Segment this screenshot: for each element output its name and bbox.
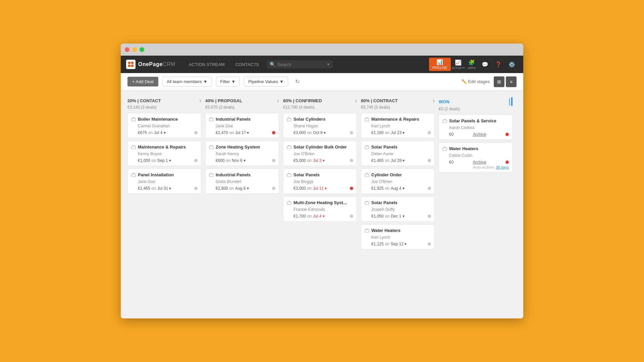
deal-date-3-0[interactable]: Jul 23 ▾: [391, 130, 405, 135]
search-dropdown-button[interactable]: ▼: [326, 62, 330, 66]
pipeline-values-button[interactable]: Pipeline Values ▼: [244, 77, 288, 86]
deal-card-1-2[interactable]: Industrial PanelsGreta Blundell€2,600 on…: [205, 169, 279, 194]
deal-person-3-0: Karl Lynch: [371, 124, 431, 128]
deal-date-3-1[interactable]: Jul 28 ▾: [391, 158, 405, 163]
svg-rect-1: [131, 62, 133, 64]
help-button[interactable]: ❓: [492, 58, 504, 70]
close-button[interactable]: [125, 47, 129, 52]
briefcase-icon: [365, 145, 369, 150]
deal-date-0-1[interactable]: Sep 1 ▾: [157, 158, 171, 163]
apps-button[interactable]: 🧩 APPS: [466, 58, 478, 70]
deal-card-3-3[interactable]: Solar PanelsJospeh Duffy€1,050 on Dec 1 …: [361, 196, 435, 222]
deal-card-1-0[interactable]: Industrial PanelsJane Doe€2,470 on Jul 1…: [205, 113, 279, 138]
deal-title-3-4: Water Heaters: [365, 228, 431, 234]
archive-link-4-0[interactable]: Archive: [473, 132, 486, 137]
list-view-button[interactable]: ≡: [506, 76, 517, 87]
deal-date-3-3[interactable]: Dec 1 ▾: [391, 214, 405, 219]
nav-action-stream[interactable]: ACTION STREAM: [183, 56, 230, 73]
svg-rect-3: [131, 65, 133, 67]
deal-card-0-2[interactable]: Panel InstallationJane Doe€1,465 on Jul …: [127, 169, 201, 194]
deal-value-date-3-0: €1,180 on Jul 23 ▾: [371, 130, 405, 135]
won-bar-icon: |: [508, 97, 513, 106]
refresh-button[interactable]: ↻: [292, 76, 303, 87]
deal-date-1-2[interactable]: Aug 8 ▾: [235, 186, 249, 191]
edit-stages-button[interactable]: ✏️ Edit stages: [462, 79, 490, 84]
column-col-won: WON|€0 (2 deals)Solar Panels & ServiceAa…: [439, 97, 513, 312]
deal-value-date-2-3: €1,700 on Jul 4 ▾: [293, 214, 325, 219]
deal-date-2-0[interactable]: Oct 8 ▾: [313, 130, 326, 135]
deal-card-0-0[interactable]: Boiler MaintenanceCarmel Granahan€675 on…: [127, 113, 201, 138]
deal-card-3-0[interactable]: Maintenance & RepairsKarl Lynch€1,180 on…: [361, 113, 435, 138]
activity-icon: 📈: [455, 59, 462, 66]
deal-person-0-0: Carmel Granahan: [138, 124, 198, 128]
logo-icon: [126, 60, 136, 69]
chat-icon: 💬: [482, 61, 488, 68]
deal-date-1-1[interactable]: Nov 6 ▾: [232, 158, 246, 163]
deal-title-text-3-3: Solar Panels: [371, 200, 397, 205]
column-title-text: WON: [439, 99, 449, 104]
deal-title-text-2-0: Solar Cylinders: [293, 117, 325, 122]
archive-link-4-1[interactable]: Archive: [473, 160, 486, 165]
team-dropdown-icon: ▼: [203, 79, 208, 84]
add-deal-button[interactable]: + Add Deal: [127, 77, 158, 86]
maximize-button[interactable]: [140, 47, 144, 52]
column-title-col-60: 60% | CONFIRMED›: [283, 97, 357, 104]
column-col-20: 20% | CONTACT›€3,140 (3 deals)Boiler Mai…: [127, 97, 201, 312]
pipeline-button[interactable]: 📊 PIPELINE: [429, 58, 451, 71]
briefcase-icon: [365, 117, 369, 123]
view-buttons: ⊞ ≡: [494, 76, 517, 87]
auto-archive-days[interactable]: 30 days: [496, 165, 509, 169]
svg-rect-17: [365, 202, 369, 204]
deal-on-text: on: [229, 186, 234, 191]
deal-date-3-4[interactable]: Sep 12 ▾: [391, 242, 407, 246]
deal-card-4-1[interactable]: Water HeatersCeline Curtin€0ArchiveAuto-…: [439, 142, 513, 172]
deal-dot-3-4: [428, 242, 431, 246]
column-meta-col-won: €0 (2 deals): [439, 107, 513, 111]
nav-contacts[interactable]: CONTACTS: [230, 56, 265, 73]
minimize-button[interactable]: [132, 47, 137, 52]
settings-button[interactable]: ⚙️: [506, 58, 518, 70]
deal-title-0-1: Maintenance & Repairs: [131, 144, 198, 150]
deal-person-2-1: Joe O'Brien: [293, 152, 353, 156]
deal-card-3-4[interactable]: Water HeatersKarl Lynch€1,125 on Sep 12 …: [361, 224, 435, 249]
deal-date-0-2[interactable]: Jul 31 ▾: [157, 186, 171, 191]
column-meta-col-80: €6,745 (5 deals): [361, 105, 435, 110]
briefcase-icon: [209, 145, 214, 150]
column-title-col-20: 20% | CONTACT›: [127, 97, 201, 104]
briefcase-icon: [131, 145, 136, 150]
deal-value-date-2-2: €3,000 on Jul 11 ▾: [293, 186, 327, 191]
activity-button[interactable]: 📈 ACTIVITY: [452, 58, 464, 70]
deal-card-4-0[interactable]: Solar Panels & ServiceAaron Corless€0Arc…: [439, 115, 513, 140]
deal-card-2-3[interactable]: Multi-Zone Heating Syst...Frankie Edmond…: [283, 196, 357, 222]
deal-date-3-2[interactable]: Aug 4 ▾: [391, 186, 405, 191]
deal-dot-0-0: [194, 131, 198, 134]
column-header-col-won: WON|€0 (2 deals): [439, 97, 513, 111]
all-team-members-label: All team members: [167, 79, 202, 84]
deal-card-2-2[interactable]: Solar PanelsJoe Bloggs€3,000 on Jul 11 ▾: [283, 169, 357, 194]
filter-button[interactable]: Filter ▼: [216, 77, 240, 86]
deal-title-1-2: Industrial Panels: [209, 172, 275, 178]
deal-on-text: on: [307, 130, 312, 135]
deal-value-3-0: €1,180: [371, 130, 384, 135]
deal-date-2-3[interactable]: Jul 4 ▾: [313, 214, 325, 219]
deal-card-2-0[interactable]: Solar CylindersShane Hogan€3,000 on Oct …: [283, 113, 357, 138]
deal-footer-4-1: €0Archive: [449, 160, 509, 165]
deal-card-0-1[interactable]: Maintenance & RepairsKenny Boyce€1,000 o…: [127, 141, 201, 166]
deal-card-1-1[interactable]: Zone Heating SystemSarah Kenny€600 on No…: [205, 141, 279, 166]
grid-view-button[interactable]: ⊞: [494, 76, 504, 87]
deal-card-3-2[interactable]: Cylinder OrderJoe O'Brien€1,925 on Aug 4…: [361, 169, 435, 194]
deal-card-2-1[interactable]: Solar Cylinder Bulk OrderJoe O'Brien€5,0…: [283, 141, 357, 166]
deal-card-3-1[interactable]: Solar PanelsDieter Auner€1,465 on Jul 28…: [361, 141, 435, 166]
chat-button[interactable]: 💬: [479, 58, 491, 70]
deal-date-2-1[interactable]: Jul 3 ▾: [313, 158, 325, 163]
deal-title-text-1-1: Zone Heating System: [216, 144, 260, 149]
deal-date-2-2[interactable]: Jul 11 ▾: [313, 186, 327, 191]
all-team-members-filter[interactable]: All team members ▼: [162, 77, 212, 86]
search-input[interactable]: [277, 62, 324, 67]
deal-date-0-0[interactable]: Jul 4 ▾: [154, 130, 166, 135]
list-icon: ≡: [510, 79, 513, 84]
briefcase-icon: [365, 200, 369, 206]
deal-date-1-0[interactable]: Jul 17 ▾: [235, 130, 249, 135]
deal-person-4-1: Celine Curtin: [449, 153, 509, 158]
briefcase-icon: [365, 173, 369, 178]
